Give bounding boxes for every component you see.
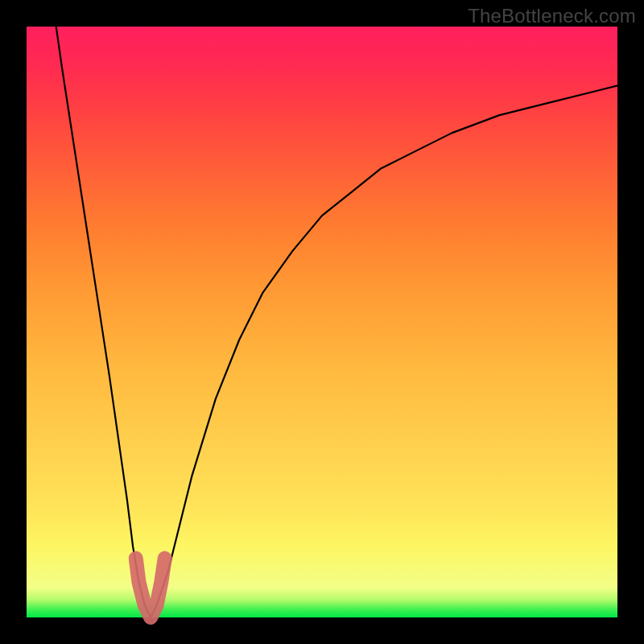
- chart-plot-area: [27, 27, 617, 617]
- watermark-text: TheBottleneck.com: [468, 5, 636, 27]
- chart-frame: TheBottleneck.com: [0, 0, 644, 644]
- bottleneck-curve: [56, 27, 617, 617]
- chart-svg: [27, 27, 617, 617]
- highlight-nub: [136, 559, 165, 617]
